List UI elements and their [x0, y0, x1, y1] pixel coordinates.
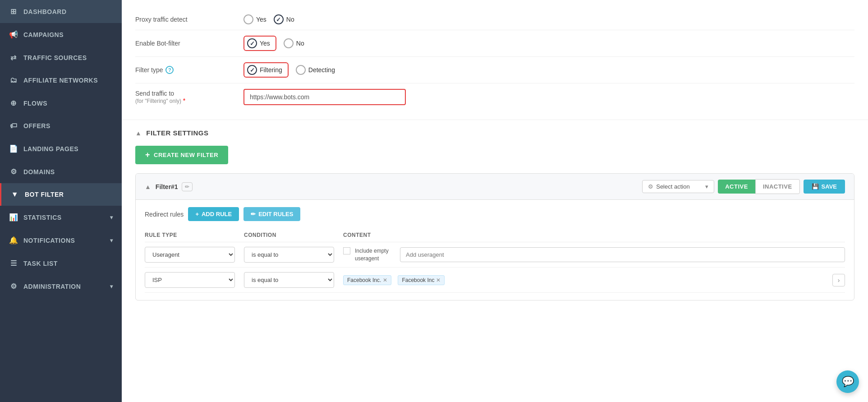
select-action-dropdown[interactable]: ⚙ Select action ▾ — [642, 180, 714, 193]
sidebar-item-label: NOTIFICATIONS — [23, 237, 105, 244]
sidebar-item-label: TASK LIST — [23, 260, 113, 267]
filter-title: Filter#1 ✏ — [156, 182, 193, 191]
active-button[interactable]: ACTIVE — [718, 180, 755, 194]
bot-yes-radio[interactable] — [247, 38, 257, 48]
rule-type-select[interactable]: Useragent — [145, 247, 235, 263]
include-empty-label: Include empty useragent — [355, 247, 395, 263]
content-header: CONTENT — [343, 232, 845, 238]
sidebar-item-label: DASHBOARD — [23, 8, 113, 15]
filtering-radio[interactable] — [247, 65, 257, 75]
task-list-icon: ☰ — [9, 259, 18, 268]
sidebar-item-label: LANDING PAGES — [23, 145, 113, 152]
sidebar-item-flows[interactable]: ⊕ FLOWS — [0, 92, 122, 115]
plus-icon: + — [145, 150, 150, 160]
edit-filter-name-button[interactable]: ✏ — [182, 182, 193, 191]
detecting-option[interactable]: Detecting — [296, 65, 335, 75]
sidebar-item-domains[interactable]: ⚙ DOMAINS — [0, 160, 122, 183]
condition-select-isp[interactable]: is equal to — [244, 272, 334, 288]
condition-cell: is equal to — [244, 272, 343, 288]
add-useragent-input[interactable] — [400, 247, 845, 262]
administration-icon: ⚙ — [9, 282, 18, 291]
sidebar-item-notifications[interactable]: 🔔 NOTIFICATIONS ▾ — [0, 229, 122, 252]
bot-filter-yes-option[interactable]: Yes — [243, 36, 276, 51]
bot-filter-row: Enable Bot-filter Yes No — [135, 30, 854, 57]
tag-chip-facebook2: Facebook Inc ✕ — [398, 275, 445, 285]
filter-type-label: Filter type ? — [135, 66, 243, 74]
flows-icon: ⊕ — [9, 99, 18, 107]
rule-type-cell: ISP — [145, 272, 244, 288]
sidebar-item-label: FLOWS — [23, 100, 113, 107]
proxy-no-radio[interactable] — [274, 14, 284, 24]
filtering-highlighted[interactable]: Filtering — [243, 62, 289, 78]
add-rule-button[interactable]: + ADD RULE — [188, 207, 239, 221]
sidebar-item-label: AFFILIATE NETWORKS — [23, 77, 113, 84]
collapse-chevron-icon[interactable]: ▲ — [135, 129, 142, 137]
content-cell-isp: Facebook Inc. ✕ Facebook Inc ✕ › — [343, 274, 845, 286]
bot-filter-no-option[interactable]: No — [284, 38, 304, 48]
bot-filter-icon: ▼ — [10, 190, 19, 199]
filtering-option[interactable]: Filtering — [243, 62, 289, 78]
gear-icon: ⚙ — [648, 183, 653, 190]
condition-header: CONDITION — [244, 232, 343, 238]
inactive-button[interactable]: INACTIVE — [755, 179, 800, 194]
pencil-icon: ✏ — [251, 211, 256, 217]
filter-settings-header: ▲ FILTER SETTINGS — [135, 129, 854, 137]
redirect-rules-label: Redirect rules — [145, 211, 184, 218]
sidebar-item-traffic-sources[interactable]: ⇄ TRAFFIC SOURCES — [0, 46, 122, 69]
close-tag-icon[interactable]: ✕ — [383, 277, 387, 283]
info-icon[interactable]: ? — [165, 66, 174, 74]
filter-settings-title: FILTER SETTINGS — [146, 129, 208, 137]
bot-no-radio[interactable] — [284, 38, 294, 48]
sidebar-item-task-list[interactable]: ☰ TASK LIST — [0, 252, 122, 275]
sidebar-item-offers[interactable]: 🏷 OFFERS — [0, 115, 122, 137]
proxy-yes-radio[interactable] — [243, 14, 253, 24]
proxy-traffic-yes-option[interactable]: Yes — [243, 14, 266, 24]
filter-card-header: ▲ Filter#1 ✏ ⚙ Select action ▾ ACTIVEINA… — [136, 174, 854, 200]
detecting-radio[interactable] — [296, 65, 306, 75]
close-tag-icon[interactable]: ✕ — [436, 277, 441, 283]
filter-settings-section: ▲ FILTER SETTINGS + CREATE NEW FILTER ▲ … — [122, 120, 868, 310]
bot-filter-yes-highlighted[interactable]: Yes — [243, 36, 276, 51]
rule-type-select-isp[interactable]: ISP — [145, 272, 235, 288]
sidebar-item-label: OFFERS — [23, 122, 113, 129]
sidebar-item-campaigns[interactable]: 📢 CAMPAIGNS — [0, 23, 122, 46]
chat-bubble[interactable]: 💬 — [836, 370, 859, 393]
sidebar-item-landing-pages[interactable]: 📄 LANDING PAGES — [0, 137, 122, 160]
sidebar-item-label: DOMAINS — [23, 168, 113, 176]
sidebar-item-bot-filter[interactable]: ▼ BOT FILTER — [0, 183, 122, 206]
bot-filter-radio-group: Yes No — [243, 36, 304, 51]
chevron-down-icon: ▾ — [110, 237, 113, 244]
send-traffic-input[interactable] — [243, 89, 406, 105]
sidebar-item-affiliate-networks[interactable]: 🗂 AFFILIATE NETWORKS — [0, 69, 122, 92]
notifications-icon: 🔔 — [9, 236, 18, 245]
proxy-traffic-label: Proxy traffic detect — [135, 16, 243, 23]
domains-icon: ⚙ — [9, 167, 18, 176]
rule-type-header: RULE TYPE — [145, 232, 244, 238]
redirect-rules-header: Redirect rules + ADD RULE ✏ EDIT RULES — [145, 207, 845, 221]
collapse-filter-icon[interactable]: ▲ — [145, 183, 151, 190]
rule-type-cell: Useragent — [145, 247, 244, 263]
filter-type-radio-group: Filtering Detecting — [243, 62, 335, 78]
filter-card: ▲ Filter#1 ✏ ⚙ Select action ▾ ACTIVEINA… — [135, 173, 854, 300]
proxy-traffic-row: Proxy traffic detect Yes No — [135, 9, 854, 30]
sidebar-item-statistics[interactable]: 📊 STATISTICS ▾ — [0, 206, 122, 229]
sidebar-item-dashboard[interactable]: ⊞ DASHBOARD — [0, 0, 122, 23]
landing-pages-icon: 📄 — [9, 144, 18, 153]
include-empty-checkbox[interactable] — [343, 247, 350, 254]
scroll-right-button[interactable]: › — [832, 274, 845, 286]
filter-card-actions: ⚙ Select action ▾ ACTIVEINACTIVE 💾 SAVE — [642, 179, 845, 194]
plus-icon: + — [195, 211, 199, 217]
tag-chip-facebook: Facebook Inc. ✕ — [343, 275, 391, 285]
sidebar-item-administration[interactable]: ⚙ ADMINISTRATION ▾ — [0, 275, 122, 298]
filter-type-row: Filter type ? Filtering Detecting — [135, 57, 854, 83]
send-traffic-label: Send traffic to (for "Filtering" only) * — [135, 90, 243, 104]
rules-table-headers: RULE TYPE CONDITION CONTENT — [145, 228, 845, 242]
condition-select[interactable]: is equal to — [244, 247, 334, 263]
edit-rules-button[interactable]: ✏ EDIT RULES — [243, 207, 300, 221]
statistics-icon: 📊 — [9, 213, 18, 222]
create-new-filter-button[interactable]: + CREATE NEW FILTER — [135, 146, 228, 164]
proxy-traffic-no-option[interactable]: No — [274, 14, 294, 24]
save-icon: 💾 — [812, 183, 819, 190]
save-button[interactable]: 💾 SAVE — [804, 180, 845, 194]
send-traffic-row: Send traffic to (for "Filtering" only) * — [135, 83, 854, 111]
